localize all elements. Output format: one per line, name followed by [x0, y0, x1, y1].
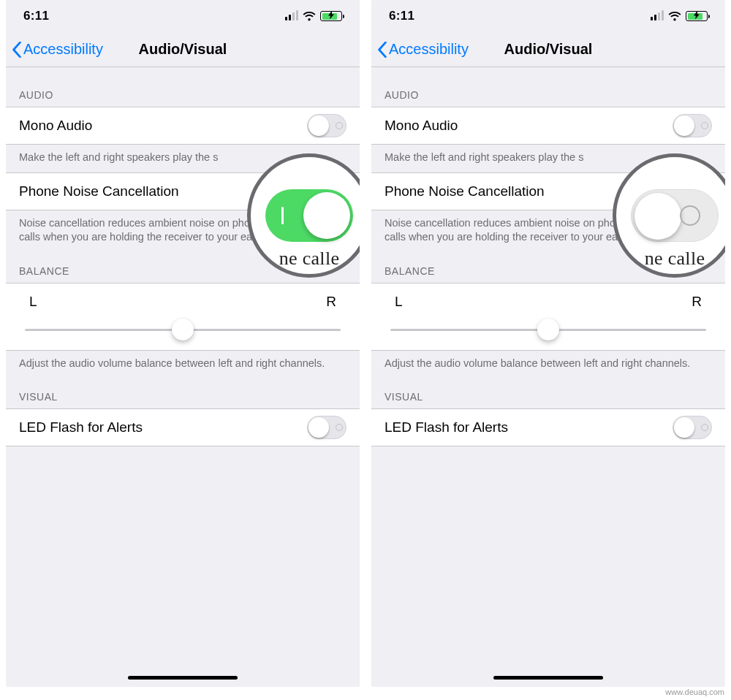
mono-audio-label: Mono Audio: [19, 118, 92, 134]
home-indicator[interactable]: [128, 676, 238, 680]
magnified-toggle-off: [631, 189, 719, 242]
noise-cancellation-note: Noise cancellation reduces ambient noise…: [6, 210, 284, 252]
noise-cancellation-label: Phone Noise Cancellation: [19, 183, 179, 199]
row-balance-slider: L R: [6, 283, 360, 351]
back-label: Accessibility: [389, 41, 469, 58]
chevron-left-icon: [377, 42, 387, 58]
page-title: Audio/Visual: [504, 41, 593, 58]
section-header-visual: VISUAL: [371, 378, 725, 408]
led-flash-toggle[interactable]: [307, 416, 346, 439]
row-balance-slider: L R: [371, 283, 725, 351]
mono-audio-toggle[interactable]: [673, 114, 712, 137]
row-led-flash[interactable]: LED Flash for Alerts: [371, 408, 725, 446]
phone-screen-left: 6:11 Accessibility Audio/Visual: [6, 0, 360, 687]
watermark: www.deuaq.com: [663, 687, 727, 697]
balance-right-label: R: [326, 294, 336, 310]
noise-cancellation-label: Phone Noise Cancellation: [385, 183, 545, 199]
battery-icon: [686, 11, 708, 21]
section-header-visual: VISUAL: [6, 378, 360, 408]
nav-bar: Accessibility Audio/Visual: [6, 32, 360, 67]
nav-bar: Accessibility Audio/Visual: [371, 32, 725, 67]
noise-cancellation-note: Noise cancellation reduces ambient noise…: [371, 210, 649, 252]
back-label: Accessibility: [23, 41, 103, 58]
home-indicator[interactable]: [493, 676, 603, 680]
status-icons: [651, 11, 708, 21]
status-time: 6:11: [389, 9, 414, 23]
status-icons: [285, 11, 342, 21]
mono-audio-label: Mono Audio: [385, 118, 458, 134]
wifi-icon: [668, 12, 681, 21]
phone-screen-right: 6:11 Accessibility Audio/Visual: [371, 0, 725, 687]
row-mono-audio[interactable]: Mono Audio: [6, 107, 360, 145]
row-mono-audio[interactable]: Mono Audio: [371, 107, 725, 145]
section-header-audio: AUDIO: [371, 67, 725, 107]
status-bar: 6:11: [371, 0, 725, 32]
balance-slider-thumb[interactable]: [172, 319, 194, 341]
cellular-signal-icon: [285, 12, 298, 20]
row-led-flash[interactable]: LED Flash for Alerts: [6, 408, 360, 446]
led-flash-toggle[interactable]: [673, 416, 712, 439]
status-time: 6:11: [23, 9, 49, 23]
balance-slider-thumb[interactable]: [537, 319, 559, 341]
led-flash-label: LED Flash for Alerts: [385, 419, 508, 435]
led-flash-label: LED Flash for Alerts: [19, 419, 143, 435]
balance-left-label: L: [395, 294, 403, 310]
chevron-left-icon: [12, 42, 22, 58]
back-button[interactable]: Accessibility: [377, 41, 469, 58]
balance-slider[interactable]: [25, 329, 341, 331]
battery-icon: [320, 11, 342, 21]
wifi-icon: [303, 12, 316, 21]
balance-slider[interactable]: [390, 329, 706, 331]
section-header-audio: AUDIO: [6, 67, 360, 107]
cellular-signal-icon: [651, 12, 664, 20]
page-title: Audio/Visual: [139, 41, 227, 58]
status-bar: 6:11: [6, 0, 360, 32]
balance-left-label: L: [29, 294, 37, 310]
balance-right-label: R: [692, 294, 702, 310]
balance-note: Adjust the audio volume balance between …: [6, 351, 360, 378]
comparison-stage: 6:11 Accessibility Audio/Visual: [0, 0, 731, 687]
balance-note: Adjust the audio volume balance between …: [371, 351, 725, 378]
magnified-toggle-on: [265, 189, 353, 242]
back-button[interactable]: Accessibility: [12, 41, 103, 58]
mono-audio-toggle[interactable]: [307, 114, 346, 137]
